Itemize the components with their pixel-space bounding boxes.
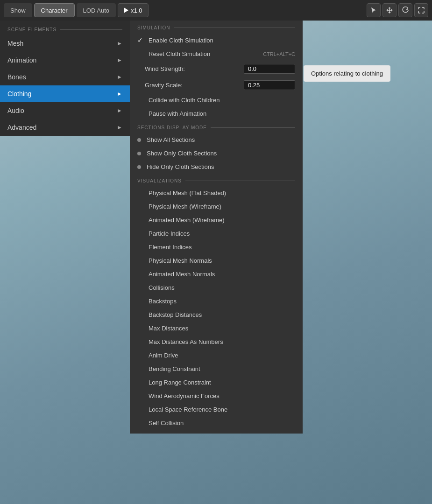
wind-strength-input[interactable] (244, 64, 295, 74)
pause-with-animation-label: Pause with Animation (149, 110, 206, 117)
viz-item[interactable]: Local Space Reference Bone (130, 403, 303, 416)
chevron-right-icon: ► (117, 124, 122, 131)
simulation-section-header: SIMULATION (130, 21, 303, 33)
wind-strength-label: Wind Strength: (145, 65, 244, 72)
hide-only-cloth-sections-item[interactable]: Hide Only Cloth Sections (130, 160, 303, 174)
reset-cloth-simulation-label: Reset Cloth Simulation (149, 50, 259, 57)
gravity-scale-input[interactable] (244, 80, 295, 90)
cursor-tool-button[interactable] (367, 3, 381, 17)
pause-with-animation-item[interactable]: Pause with Animation (130, 107, 303, 120)
viz-item[interactable]: Collisions (130, 281, 303, 294)
chevron-right-icon: ► (117, 40, 122, 47)
reset-cloth-simulation-item[interactable]: Reset Cloth Simulation CTRL+ALT+C (130, 47, 303, 61)
collide-cloth-children-label: Collide with Cloth Children (149, 97, 220, 104)
viz-item[interactable]: Animated Mesh Normals (130, 267, 303, 281)
gravity-scale-label: Gravity Scale: (145, 82, 244, 89)
radio-dot-icon (137, 165, 141, 169)
clothing-dropdown-panel: SIMULATION ✓ Enable Cloth Simulation Res… (130, 21, 303, 434)
refresh-button[interactable] (398, 3, 412, 17)
viz-item[interactable]: Particle Indices (130, 227, 303, 240)
chevron-right-icon: ► (117, 74, 122, 80)
sidebar-item-animation[interactable]: Animation ► (0, 52, 130, 69)
show-button[interactable]: Show (4, 3, 32, 17)
scene-elements-label: SCENE ELEMENTS (0, 24, 130, 35)
viz-item[interactable]: Wind Aerodynamic Forces (130, 389, 303, 403)
enable-cloth-simulation-item[interactable]: ✓ Enable Cloth Simulation (130, 33, 303, 47)
reset-shortcut: CTRL+ALT+C (263, 51, 295, 57)
sidebar-item-bones[interactable]: Bones ► (0, 69, 130, 85)
radio-dot-icon (137, 152, 141, 155)
hide-only-cloth-sections-label: Hide Only Cloth Sections (147, 163, 214, 170)
chevron-right-icon: ► (117, 107, 122, 114)
sidebar-item-advanced-label: Advanced (7, 124, 36, 131)
sidebar-item-clothing[interactable]: Clothing ► (0, 85, 130, 102)
visualizations-section-header: VISUALIZATIONS (130, 174, 303, 186)
viz-item[interactable]: Max Distances (130, 322, 303, 335)
viz-item[interactable]: Element Indices (130, 240, 303, 254)
enable-cloth-simulation-label: Enable Cloth Simulation (149, 37, 213, 44)
checkmark-icon: ✓ (137, 36, 145, 44)
sidebar-item-clothing-label: Clothing (7, 90, 31, 98)
viz-item[interactable]: Animated Mesh (Wireframe) (130, 213, 303, 227)
sidebar-item-mesh-label: Mesh (7, 40, 23, 47)
viz-item[interactable]: Anim Drive (130, 349, 303, 362)
sidebar-item-advanced[interactable]: Advanced ► (0, 119, 130, 136)
play-speed-label: x1.0 (131, 7, 142, 14)
play-icon (124, 7, 128, 13)
show-only-cloth-sections-item[interactable]: Show Only Cloth Sections (130, 147, 303, 160)
viz-item[interactable]: Physical Mesh Normals (130, 254, 303, 267)
sidebar-item-bones-label: Bones (7, 73, 26, 81)
radio-dot-icon (137, 138, 141, 142)
tooltip-text: Options relating to clothing (311, 70, 383, 77)
play-button[interactable]: x1.0 (118, 3, 149, 17)
viz-item[interactable]: Backstops (130, 294, 303, 308)
show-all-sections-item[interactable]: Show All Sections (130, 133, 303, 147)
toolbar: Show Character LOD Auto x1.0 (0, 0, 432, 21)
sidebar-item-audio-label: Audio (7, 107, 24, 114)
visualizations-list: Physical Mesh (Flat Shaded)Physical Mesh… (130, 186, 303, 430)
sidebar-item-animation-label: Animation (7, 56, 36, 64)
gravity-scale-row: Gravity Scale: (130, 77, 303, 93)
collide-cloth-children-item[interactable]: Collide with Cloth Children (130, 93, 303, 107)
wind-strength-row: Wind Strength: (130, 61, 303, 77)
viz-item[interactable]: Physical Mesh (Wireframe) (130, 200, 303, 213)
character-button[interactable]: Character (34, 3, 75, 17)
lod-auto-button[interactable]: LOD Auto (77, 3, 116, 17)
sections-display-mode-header: SECTIONS DISPLAY MODE (130, 120, 303, 133)
viz-item[interactable]: Bending Constraint (130, 362, 303, 376)
show-only-cloth-sections-label: Show Only Cloth Sections (147, 150, 217, 157)
viz-item[interactable]: Backstop Distances (130, 308, 303, 322)
viz-item[interactable]: Physical Mesh (Flat Shaded) (130, 186, 303, 200)
tooltip: Options relating to clothing (304, 65, 390, 82)
viz-item[interactable]: Self Collision (130, 416, 303, 430)
sidebar-item-audio[interactable]: Audio ► (0, 102, 130, 119)
expand-button[interactable] (414, 3, 428, 17)
move-tool-button[interactable] (382, 3, 397, 17)
sidebar-item-mesh[interactable]: Mesh ► (0, 35, 130, 52)
sidebar: SCENE ELEMENTS Mesh ► Animation ► Bones … (0, 21, 130, 136)
chevron-right-icon: ► (117, 57, 122, 63)
viz-item[interactable]: Long Range Constraint (130, 376, 303, 389)
viz-item[interactable]: Max Distances As Numbers (130, 335, 303, 349)
chevron-right-icon: ► (117, 91, 122, 97)
show-all-sections-label: Show All Sections (147, 136, 195, 143)
